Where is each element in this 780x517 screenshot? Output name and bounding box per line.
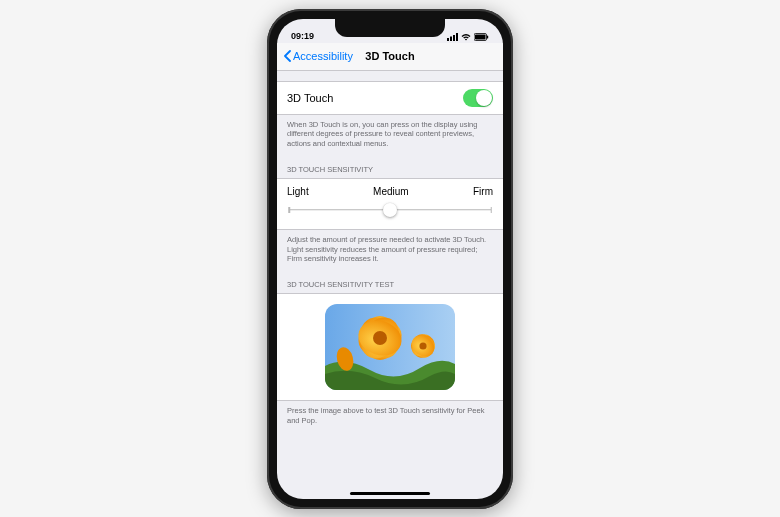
wifi-icon <box>461 33 471 41</box>
svg-point-13 <box>373 331 387 345</box>
svg-rect-3 <box>456 33 458 41</box>
svg-point-19 <box>419 342 426 349</box>
3d-touch-toggle-footer: When 3D Touch is on, you can press on th… <box>277 115 503 157</box>
settings-content[interactable]: 3D Touch When 3D Touch is on, you can pr… <box>277 71 503 499</box>
home-indicator[interactable] <box>350 492 430 495</box>
sensitivity-footer: Adjust the amount of pressure needed to … <box>277 230 503 272</box>
sensitivity-slider-group: Light Medium Firm <box>277 178 503 230</box>
nav-back-label: Accessibility <box>293 50 353 62</box>
status-icons <box>447 33 489 41</box>
sensitivity-header: 3D TOUCH SENSITIVITY <box>277 157 503 178</box>
slider-thumb[interactable] <box>383 203 397 217</box>
sensitivity-test-group <box>277 293 503 401</box>
sensitivity-test-image[interactable] <box>325 304 455 390</box>
svg-rect-5 <box>475 34 486 39</box>
slider-tick-light <box>288 207 290 213</box>
3d-touch-toggle[interactable] <box>463 89 493 107</box>
status-time: 09:19 <box>291 31 314 41</box>
notch <box>335 19 445 37</box>
nav-title: 3D Touch <box>365 50 414 62</box>
test-footer: Press the image above to test 3D Touch s… <box>277 401 503 434</box>
sensitivity-slider[interactable] <box>287 203 493 217</box>
svg-rect-6 <box>487 35 488 38</box>
screen: 09:19 Accessibility 3D Touch 3D Touch Wh… <box>277 19 503 499</box>
svg-rect-0 <box>447 38 449 41</box>
signal-icon <box>447 33 458 41</box>
svg-rect-2 <box>453 35 455 41</box>
sensitivity-label-medium: Medium <box>373 186 409 197</box>
sensitivity-label-firm: Firm <box>473 186 493 197</box>
test-header: 3D TOUCH SENSITIVITY TEST <box>277 272 503 293</box>
nav-back-button[interactable]: Accessibility <box>283 50 353 62</box>
sensitivity-labels: Light Medium Firm <box>287 186 493 197</box>
svg-rect-1 <box>450 36 452 41</box>
slider-tick-firm <box>490 207 492 213</box>
iphone-frame: 09:19 Accessibility 3D Touch 3D Touch Wh… <box>267 9 513 509</box>
navigation-bar: Accessibility 3D Touch <box>277 43 503 71</box>
3d-touch-toggle-row[interactable]: 3D Touch <box>277 81 503 115</box>
sensitivity-label-light: Light <box>287 186 309 197</box>
3d-touch-toggle-label: 3D Touch <box>287 92 333 104</box>
battery-icon <box>474 33 489 41</box>
chevron-left-icon <box>283 50 292 62</box>
